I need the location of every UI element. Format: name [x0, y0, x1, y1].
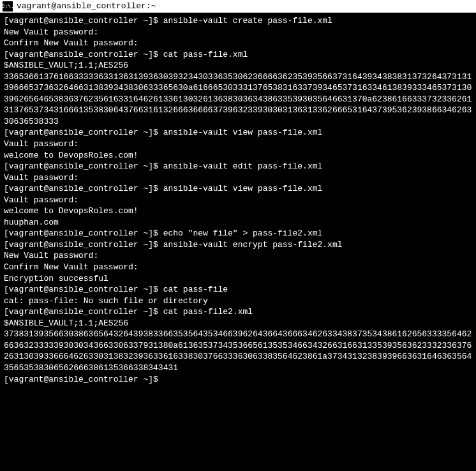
shell-command: ansible-vault create pass-file.xml — [163, 16, 332, 26]
shell-prompt: [vagrant@ansible_controller ~]$ — [4, 285, 163, 294]
terminal-line: [vagrant@ansible_controller ~]$ cat pass… — [4, 306, 472, 318]
terminal-line: welcome to DevopsRoles.com! — [4, 206, 472, 217]
terminal-line: [vagrant@ansible_controller ~]$ ansible-… — [4, 183, 472, 195]
terminal-line: Encryption successful — [4, 273, 472, 285]
terminal-line: [vagrant@ansible_controller ~]$ ansible-… — [4, 239, 472, 251]
shell-prompt: [vagrant@ansible_controller ~]$ — [4, 128, 163, 137]
shell-prompt: [vagrant@ansible_controller ~]$ — [4, 161, 163, 171]
window-title: vagrant@ansible_controller:~ — [17, 1, 156, 11]
terminal-line: Vault password: — [4, 195, 472, 206]
terminal-line: [vagrant@ansible_controller ~]$ cat pass… — [4, 49, 472, 61]
terminal-line: Vault password: — [4, 172, 472, 184]
terminal-line: [vagrant@ansible_controller ~]$ ansible-… — [4, 127, 472, 138]
terminal-line: Confirm New Vault password: — [4, 262, 472, 273]
terminal-line: [vagrant@ansible_controller ~]$ — [4, 374, 472, 385]
shell-command: cat pass-file2.xml — [163, 307, 253, 317]
terminal-line: New Vault password: — [4, 27, 472, 38]
terminal-line: 3365366137616633333633136313936303932343… — [4, 71, 472, 128]
window-title-bar: C:\. vagrant@ansible_controller:~ — [0, 0, 476, 13]
shell-command: cat pass-file — [163, 285, 228, 294]
terminal-line: [vagrant@ansible_controller ~]$ ansible-… — [4, 15, 472, 27]
terminal-line: welcome to DevopsRoles.com! — [4, 150, 472, 161]
terminal-line: [vagrant@ansible_controller ~]$ ansible-… — [4, 161, 472, 172]
terminal-line: [vagrant@ansible_controller ~]$ cat pass… — [4, 284, 472, 295]
shell-prompt: [vagrant@ansible_controller ~]$ — [4, 16, 163, 26]
terminal-output[interactable]: [vagrant@ansible_controller ~]$ ansible-… — [0, 13, 476, 471]
shell-command: cat pass-file.xml — [163, 50, 248, 59]
terminal-line: New Vault password: — [4, 250, 472, 262]
terminal-line: huuphan.com — [4, 217, 472, 228]
terminal-icon: C:\. — [3, 1, 13, 11]
terminal-line: Confirm New Vault password: — [4, 38, 472, 49]
shell-prompt: [vagrant@ansible_controller ~]$ — [4, 375, 163, 384]
terminal-line: $ANSIBLE_VAULT;1.1;AES256 — [4, 318, 472, 329]
terminal-line: cat: pass-file: No such file or director… — [4, 295, 472, 307]
terminal-line: [vagrant@ansible_controller ~]$ echo "ne… — [4, 228, 472, 239]
shell-prompt: [vagrant@ansible_controller ~]$ — [4, 50, 163, 59]
shell-prompt: [vagrant@ansible_controller ~]$ — [4, 240, 163, 250]
shell-command: ansible-vault view pass-file.xml — [163, 128, 323, 137]
shell-command: ansible-vault edit pass-file.xml — [163, 161, 323, 171]
shell-command: ansible-vault view pass-file.xml — [163, 184, 323, 193]
terminal-line: Vault password: — [4, 138, 472, 150]
terminal-line: $ANSIBLE_VAULT;1.1;AES256 — [4, 60, 472, 71]
shell-command: echo "new file" > pass-file2.xml — [163, 228, 323, 238]
shell-command: ansible-vault encrypt pass-file2.xml — [163, 240, 343, 250]
shell-prompt: [vagrant@ansible_controller ~]$ — [4, 184, 163, 193]
shell-prompt: [vagrant@ansible_controller ~]$ — [4, 307, 163, 317]
shell-prompt: [vagrant@ansible_controller ~]$ — [4, 228, 163, 238]
terminal-line: 3738313935663038636564326439383366353564… — [4, 329, 472, 373]
